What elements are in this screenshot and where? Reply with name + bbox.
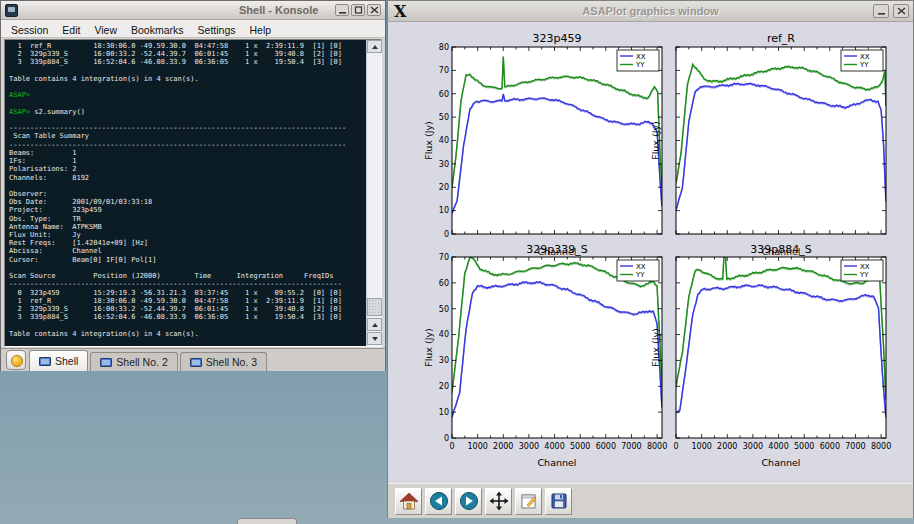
terminal-line: Channels: 8192: [9, 174, 366, 182]
terminal-line: [9, 116, 366, 124]
legend-329p339_S: XXYY: [617, 260, 659, 281]
menu-item-bookmarks[interactable]: Bookmarks: [124, 22, 191, 36]
svg-text:0: 0: [444, 230, 449, 239]
pan-icon: [489, 491, 509, 511]
terminal-line: [9, 67, 366, 75]
tab-label: Shell: [55, 355, 78, 367]
asaplot-titlebar[interactable]: X ASAPlot graphics window: [388, 1, 913, 22]
terminal-line: [9, 182, 366, 190]
tab-shell[interactable]: Shell: [29, 350, 88, 371]
konsole-tabbar-tabs: ShellShell No. 2Shell No. 3: [29, 350, 269, 371]
svg-text:70: 70: [439, 66, 449, 75]
terminal-line: Beams: 1: [9, 149, 366, 157]
menu-item-settings[interactable]: Settings: [191, 22, 243, 36]
svg-text:3000: 3000: [743, 442, 763, 451]
menu-item-edit[interactable]: Edit: [55, 22, 87, 36]
tab-label: Shell No. 3: [206, 356, 257, 368]
konsole-tabbar: ShellShell No. 2Shell No. 3: [1, 348, 385, 371]
menu-item-help[interactable]: Help: [243, 22, 279, 36]
svg-text:2000: 2000: [717, 442, 737, 451]
new-session-button[interactable]: [6, 350, 26, 370]
scroll-up-button[interactable]: [367, 40, 382, 53]
terminal-line: 3 339p884_S 16:52:04.6 -46.08.33.9 06:36…: [9, 58, 366, 66]
terminal-tab-icon: [190, 358, 202, 367]
svg-text:6000: 6000: [820, 442, 840, 451]
menu-item-view[interactable]: View: [87, 22, 124, 36]
terminal-line: 2 329p339_S 16:00:33.2 -52.44.39.7 06:01…: [9, 50, 366, 58]
subplots-icon: [519, 491, 539, 511]
terminal-tab-icon: [39, 357, 51, 366]
terminal-line: [9, 100, 366, 108]
terminal-line: 2 329p339_S 16:00:33.2 -52.44.39.7 06:01…: [9, 305, 366, 313]
xlabel-329p339_S: Channel: [537, 457, 576, 468]
subplots-button[interactable]: [515, 488, 542, 515]
ylabel-323p459: Flux (Jy): [423, 121, 434, 160]
desktop: Shell - Konsole SessionEditViewBookmarks…: [0, 0, 914, 524]
svg-text:8000: 8000: [871, 442, 891, 451]
terminal-line: IFs: 1: [9, 157, 366, 165]
svg-text:20: 20: [439, 382, 449, 391]
svg-text:3000: 3000: [519, 442, 539, 451]
svg-text:40: 40: [439, 136, 449, 145]
save-button[interactable]: [545, 488, 572, 515]
terminal-line: [9, 83, 366, 91]
terminal-line: Antenna Name: ATPKSMB: [9, 223, 366, 231]
tab-shell-no-2[interactable]: Shell No. 2: [90, 352, 177, 371]
x11-icon: X: [394, 2, 406, 21]
terminal-line: Table contains 4 integration(s) in 4 sca…: [9, 75, 366, 83]
asaplot-window: X ASAPlot graphics window 01020304050607…: [387, 0, 914, 518]
svg-text:50: 50: [439, 113, 449, 122]
terminal-line: 0 323p459 15:29:19.3 -56.31.21.3 03:37:4…: [9, 289, 366, 297]
xlabel-339p884_S: Channel: [761, 457, 800, 468]
scrollbar-thumb[interactable]: [367, 298, 382, 316]
legend-ref_R: XXYY: [841, 50, 883, 71]
home-button[interactable]: [395, 488, 422, 515]
ylabel-ref_R: Flux (Jy): [650, 121, 661, 160]
svg-text:20: 20: [439, 183, 449, 192]
svg-text:1000: 1000: [467, 442, 487, 451]
terminal-line: ASAP>: [9, 91, 366, 99]
svg-text:YY: YY: [635, 61, 645, 69]
menu-item-session[interactable]: Session: [4, 22, 55, 36]
forward-icon: [459, 491, 479, 511]
terminal-line: Observer:: [9, 190, 366, 198]
plot-minimize-button[interactable]: [873, 4, 889, 18]
terminal-line: 1 ref_R 18:30:06.0 -49.59.30.0 04:47:58 …: [9, 42, 366, 50]
terminal-line: [9, 264, 366, 272]
pan-button[interactable]: [485, 488, 512, 515]
plot-close-button[interactable]: [893, 4, 909, 18]
terminal-output[interactable]: 1 ref_R 18:30:06.0 -49.59.30.0 04:47:58 …: [5, 40, 366, 346]
subplot-title-323p459: 323p459: [533, 32, 582, 45]
svg-text:40: 40: [439, 330, 449, 339]
asap-prompt: ASAP>: [9, 91, 30, 99]
figure-canvas[interactable]: 01020304050607080ChannelFlux (Jy)323p459…: [388, 22, 913, 483]
minimize-button[interactable]: [335, 4, 349, 16]
arrow-up-icon: [372, 323, 378, 327]
svg-text:5000: 5000: [570, 442, 590, 451]
terminal-line: ----------------------------------------…: [9, 280, 366, 288]
forward-button[interactable]: [455, 488, 482, 515]
terminal-line: ASAP> s2.summary(): [9, 108, 366, 116]
terminal-line: Flux Unit: Jy: [9, 231, 366, 239]
maximize-button[interactable]: [351, 4, 365, 16]
terminal-frame: 1 ref_R 18:30:06.0 -49.59.30.0 04:47:58 …: [4, 39, 382, 347]
terminal-scrollbar[interactable]: [366, 40, 381, 346]
svg-text:10: 10: [439, 408, 449, 417]
figure-svg: 01020304050607080ChannelFlux (Jy)323p459…: [388, 22, 913, 483]
tab-shell-no-3[interactable]: Shell No. 3: [180, 352, 267, 371]
svg-text:4000: 4000: [544, 442, 564, 451]
konsole-app-icon: [5, 4, 18, 17]
scroll-up-button-2[interactable]: [367, 318, 382, 331]
taskbar-sliver[interactable]: [237, 518, 297, 524]
close-button[interactable]: [367, 4, 381, 16]
svg-text:80: 80: [439, 43, 449, 52]
scroll-down-button[interactable]: [367, 332, 382, 345]
legend-323p459: XXYY: [617, 50, 659, 71]
svg-text:5000: 5000: [794, 442, 814, 451]
konsole-titlebar[interactable]: Shell - Konsole: [1, 1, 385, 20]
svg-text:YY: YY: [859, 271, 869, 279]
svg-text:0: 0: [444, 434, 449, 443]
svg-text:30: 30: [439, 160, 449, 169]
svg-text:7000: 7000: [621, 442, 641, 451]
back-button[interactable]: [425, 488, 452, 515]
